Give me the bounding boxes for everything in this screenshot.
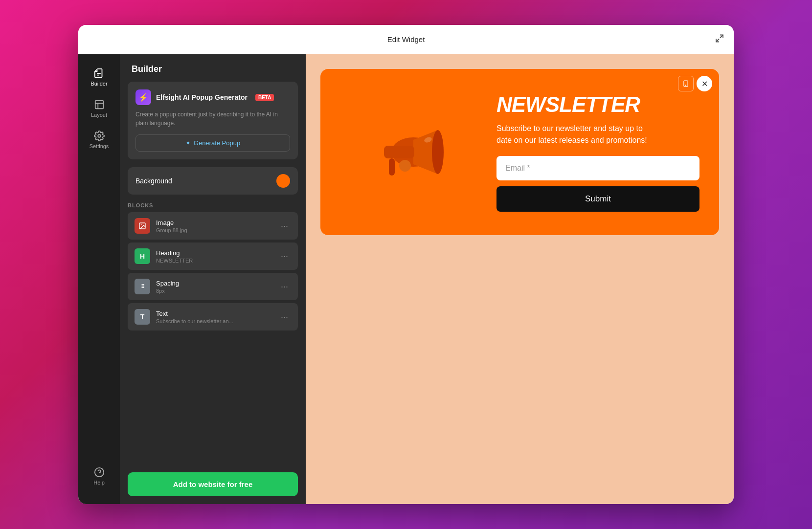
svg-line-1 (716, 39, 719, 42)
block-image-detail: Group 88.jpg (156, 227, 272, 233)
sidebar-help-label: Help (93, 480, 105, 485)
block-image-name: Image (156, 219, 272, 226)
sidebar-bottom: Help (81, 463, 117, 504)
window-title: Edit Widget (387, 35, 425, 44)
block-image[interactable]: Image Group 88.jpg ··· (128, 212, 298, 240)
newsletter-widget: ✕ (320, 69, 719, 235)
builder-header: Builder (120, 54, 306, 82)
add-to-website-button[interactable]: Add to website for free (128, 472, 298, 496)
background-label: Background (135, 177, 172, 185)
sidebar-icons: Builder Layout Settings (78, 54, 120, 504)
widget-mobile-icon[interactable] (678, 76, 694, 91)
sidebar-item-builder[interactable]: Builder (81, 64, 117, 90)
block-text-menu-button[interactable]: ··· (278, 311, 291, 323)
sidebar-item-help[interactable]: Help (81, 463, 117, 489)
svg-point-3 (98, 134, 101, 137)
block-heading-detail: NEWSLETTER (156, 258, 272, 264)
sidebar-layout-label: Layout (91, 112, 107, 118)
widget-close-button[interactable]: ✕ (697, 76, 712, 91)
sidebar-settings-label: Settings (90, 143, 109, 149)
svg-line-0 (720, 35, 723, 38)
title-bar: Edit Widget (78, 25, 734, 54)
svg-point-8 (685, 85, 686, 86)
svg-rect-12 (384, 146, 414, 158)
block-image-menu-button[interactable]: ··· (278, 220, 291, 232)
preview-area: ✕ (306, 54, 734, 504)
beta-badge: BETA (255, 94, 274, 101)
ai-card-header: ⚡ Elfsight AI Popup Generator BETA (135, 89, 290, 105)
blocks-header: BLOCKS (128, 202, 298, 208)
ai-icon: ⚡ (135, 89, 151, 105)
svg-point-14 (399, 160, 411, 172)
block-text-detail: Subscribe to our newsletter an... (156, 318, 272, 324)
block-text-icon: T (135, 309, 150, 325)
main-window: Edit Widget Builder (78, 25, 734, 504)
blocks-section: BLOCKS Image Group 88.jpg ··· (120, 202, 306, 464)
block-spacing[interactable]: ⠿ Spacing 8px ··· (128, 273, 298, 300)
block-heading-name: Heading (156, 249, 272, 257)
background-section[interactable]: Background (128, 167, 298, 195)
newsletter-title: NEWSLETTER (496, 92, 699, 117)
block-spacing-icon: ⠿ (135, 279, 150, 294)
block-spacing-info: Spacing 8px (156, 280, 272, 294)
generate-label: Generate Popup (194, 139, 240, 147)
svg-point-6 (141, 224, 142, 225)
submit-button[interactable]: Submit (496, 186, 699, 212)
generate-popup-button[interactable]: ✦ Generate Popup (135, 134, 290, 152)
svg-rect-13 (389, 158, 395, 176)
expand-button[interactable] (715, 34, 724, 45)
sidebar-item-layout[interactable]: Layout (81, 95, 117, 122)
ai-card-title: Elfsight AI Popup Generator (156, 93, 248, 101)
svg-point-11 (432, 130, 444, 174)
block-spacing-detail: 8px (156, 288, 272, 294)
svg-rect-2 (95, 101, 103, 109)
block-heading-menu-button[interactable]: ··· (278, 250, 291, 263)
block-heading-icon: H (135, 248, 150, 264)
block-image-icon (135, 218, 150, 234)
widget-image-section (320, 69, 487, 235)
block-image-info: Image Group 88.jpg (156, 219, 272, 233)
block-spacing-menu-button[interactable]: ··· (278, 281, 291, 293)
ai-popup-card: ⚡ Elfsight AI Popup Generator BETA Creat… (128, 82, 298, 159)
background-color-swatch[interactable] (276, 174, 290, 188)
email-input[interactable] (496, 156, 699, 180)
block-text-name: Text (156, 310, 272, 317)
sidebar-builder-label: Builder (90, 81, 107, 87)
builder-panel: Builder ⚡ Elfsight AI Popup Generator BE… (120, 54, 306, 504)
block-text[interactable]: T Text Subscribe to our newsletter an...… (128, 303, 298, 331)
block-text-info: Text Subscribe to our newsletter an... (156, 310, 272, 324)
ai-description: Create a popup content just by describin… (135, 110, 290, 128)
newsletter-description: Subscribe to our newsletter and stay up … (496, 123, 653, 146)
block-heading[interactable]: H Heading NEWSLETTER ··· (128, 242, 298, 270)
block-heading-info: Heading NEWSLETTER (156, 249, 272, 264)
widget-content: NEWSLETTER Subscribe to our newsletter a… (487, 69, 719, 235)
main-content: Builder Layout Settings (78, 54, 734, 504)
megaphone-image (360, 108, 448, 196)
generate-icon: ✦ (185, 139, 191, 147)
sidebar-item-settings[interactable]: Settings (81, 127, 117, 153)
block-spacing-name: Spacing (156, 280, 272, 287)
